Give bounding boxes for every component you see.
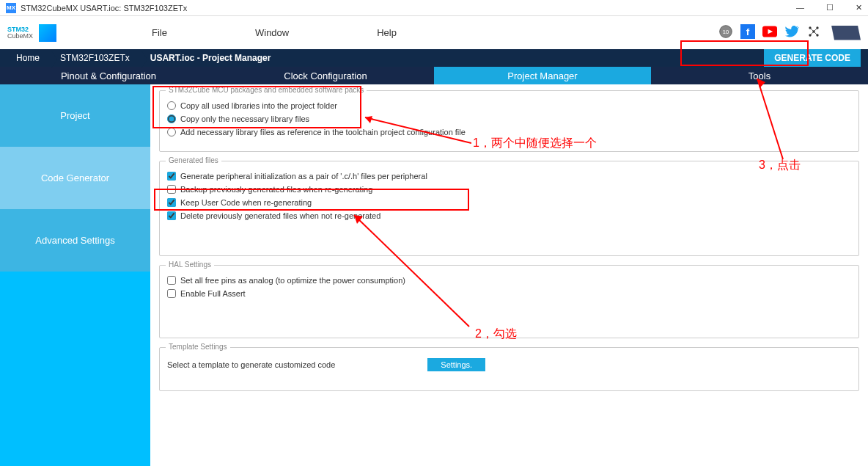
window-controls: — ☐ ✕ [796,3,862,12]
window-title: STM32CubeMX USART.ioc: STM32F103ZETx [21,4,187,12]
social-icons: 10 f [718,24,861,42]
tabs-bar: Pinout & Configuration Clock Configurati… [0,67,868,84]
check-backup[interactable] [167,185,176,194]
section-generated-files: Generated files Generate peripheral init… [159,161,859,256]
breadcrumb-chip[interactable]: STM32F103ZETx [51,51,141,65]
close-button[interactable]: ✕ [856,3,862,12]
sidebar-item-project[interactable]: Project [0,84,150,147]
content: Project Code Generator Advanced Settings… [0,84,868,466]
tab-pinout[interactable]: Pinout & Configuration [0,67,217,84]
legend-mcu: STM32Cube MCU packages and embedded soft… [166,86,367,94]
sidebar: Project Code Generator Advanced Settings [0,84,150,466]
section-hal: HAL Settings Set all free pins as analog… [159,265,859,338]
st-logo-icon [831,26,861,40]
breadcrumb-home[interactable]: Home [7,51,51,65]
check-delete-prev[interactable] [167,211,176,220]
svg-text:f: f [746,26,750,37]
svg-text:10: 10 [723,29,729,35]
opt-backup[interactable]: Backup previously generated files when r… [167,185,851,194]
opt-enable-assert[interactable]: Enable Full Assert [167,289,851,298]
opt-keep-user-code[interactable]: Keep User Code when re-generating [167,198,851,207]
tab-clock[interactable]: Clock Configuration [217,67,434,84]
legend-generated: Generated files [166,156,221,164]
generate-code-button[interactable]: GENERATE CODE [764,49,861,67]
badge-icon[interactable]: 10 [718,24,733,42]
template-row: Select a template to generate customized… [167,358,851,371]
tab-project-manager[interactable]: Project Manager [434,67,651,84]
facebook-icon[interactable]: f [740,24,755,42]
opt-delete-prev[interactable]: Delete previously generated files when n… [167,211,851,220]
opt-add-reference[interactable]: Add necessary library files as reference… [167,128,851,136]
app-icon: MX [6,3,16,13]
legend-template: Template Settings [166,343,230,351]
minimize-button[interactable]: — [796,3,804,12]
breadcrumb-current[interactable]: USART.ioc - Project Manager [141,51,283,65]
menu-file[interactable]: File [152,27,167,38]
maximize-button[interactable]: ☐ [826,3,834,12]
radio-copy-all[interactable] [167,101,176,110]
check-gen-peripheral[interactable] [167,172,176,181]
section-mcu-packages: STM32Cube MCU packages and embedded soft… [159,90,859,152]
opt-free-pins-analog[interactable]: Set all free pins as analog (to optimize… [167,276,851,285]
logo: STM32 CubeMX [7,24,56,42]
network-icon[interactable] [806,24,821,42]
titlebar: MX STM32CubeMX USART.ioc: STM32F103ZETx … [0,0,868,16]
breadcrumb: Home STM32F103ZETx USART.ioc - Project M… [0,49,868,67]
legend-hal: HAL Settings [166,261,214,269]
sidebar-fill [0,272,150,466]
check-enable-assert[interactable] [167,289,176,298]
opt-gen-peripheral[interactable]: Generate peripheral initialization as a … [167,172,851,181]
check-free-pins[interactable] [167,276,176,285]
topbar: STM32 CubeMX File Window Help 10 f [0,16,868,49]
logo-line2: CubeMX [7,33,33,40]
youtube-icon[interactable] [762,24,777,42]
sidebar-item-code-generator[interactable]: Code Generator [0,147,150,209]
twitter-icon[interactable] [784,24,799,42]
opt-copy-necessary[interactable]: Copy only the necessary library files [167,114,851,123]
settings-button[interactable]: Settings. [427,358,485,371]
radio-copy-necessary[interactable] [167,114,176,123]
radio-add-reference[interactable] [167,128,176,136]
menu-window[interactable]: Window [255,27,289,38]
section-template: Template Settings Select a template to g… [159,347,859,391]
template-text: Select a template to generate customized… [167,360,335,369]
opt-copy-all[interactable]: Copy all used libraries into the project… [167,101,851,110]
menu-help[interactable]: Help [377,27,397,38]
tab-tools[interactable]: Tools [651,67,868,84]
check-keep-user[interactable] [167,198,176,207]
sidebar-item-advanced[interactable]: Advanced Settings [0,209,150,272]
main-menu: File Window Help [152,27,397,38]
main-panel: STM32Cube MCU packages and embedded soft… [150,84,868,466]
cube-icon [39,24,56,42]
